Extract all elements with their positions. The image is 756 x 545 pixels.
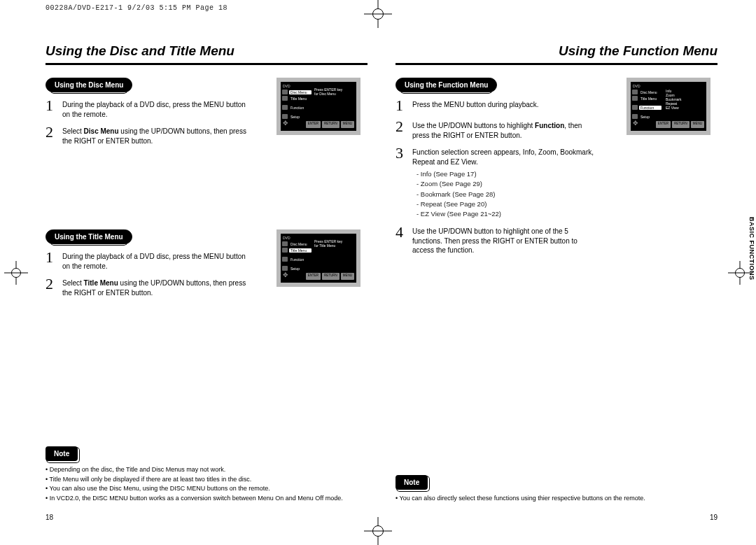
step-text: Use the UP/DOWN button to highlight one … <box>412 225 598 255</box>
print-header: 00228A/DVD-E217-1 9/2/03 5:15 PM Page 18 <box>46 4 227 12</box>
page-title-right: Using the Function Menu <box>396 42 718 65</box>
tv-illustration-function: DVD Disc Menu Title Menu Function Setup … <box>626 78 710 135</box>
step-text: Select Disc Menu using the UP/DOWN butto… <box>62 125 248 146</box>
tv-illustration-disc: DVD Disc MenuPress ENTER keyfor Disc Men… <box>276 78 360 135</box>
crop-mark-left <box>4 261 28 285</box>
note-badge: Note <box>46 446 78 461</box>
note-list: You can also directly select these funct… <box>396 494 718 504</box>
step-text: Function selection screen appears, Info,… <box>412 146 598 219</box>
section-pill-function: Using the Function Menu <box>396 78 497 92</box>
page-title-left: Using the Disc and Title Menu <box>46 42 368 65</box>
step-text: During the playback of a DVD disc, press… <box>62 98 248 119</box>
step-number: 3 <box>396 146 407 219</box>
step-text: Use the UP/DOWN buttons to highlight Fun… <box>412 119 598 140</box>
page-number-right: 19 <box>710 514 718 521</box>
step-number: 2 <box>46 125 57 146</box>
step-number: 1 <box>46 98 57 119</box>
section-pill-disc: Using the Disc Menu <box>46 78 132 92</box>
step-number: 1 <box>396 98 407 113</box>
page-left: Using the Disc and Title Menu Using the … <box>46 42 368 524</box>
step-text: Press the MENU button during playback. <box>412 98 539 113</box>
page-number-left: 18 <box>46 514 53 521</box>
crop-mark-top <box>364 0 392 28</box>
step-text: Select Title Menu using the UP/DOWN butt… <box>62 276 248 297</box>
step-text: During the playback of a DVD disc, press… <box>62 250 248 271</box>
step-number: 2 <box>46 276 57 297</box>
page-right: Using the Function Menu Using the Functi… <box>396 42 718 524</box>
section-pill-title: Using the Title Menu <box>46 229 132 244</box>
step-number: 1 <box>46 250 57 271</box>
side-tab: BASIC FUNCTIONS <box>748 217 755 281</box>
note-list: Depending on the disc, the Title and Dis… <box>46 465 368 503</box>
tv-illustration-title: DVD Disc MenuPress ENTER keyfor Title Me… <box>276 229 360 287</box>
step-number: 4 <box>396 225 407 255</box>
step-number: 2 <box>396 119 407 140</box>
note-badge: Note <box>396 475 428 490</box>
